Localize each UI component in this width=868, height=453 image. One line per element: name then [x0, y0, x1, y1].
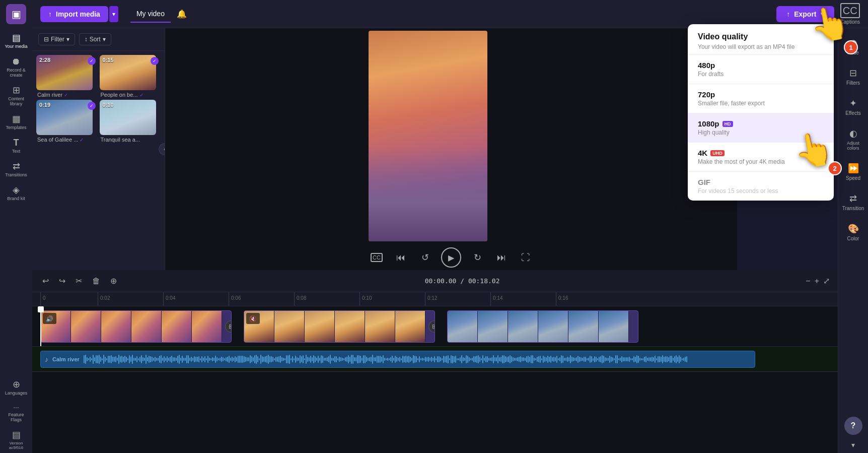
wave-bar	[645, 356, 646, 363]
rewind-button[interactable]: ↺	[417, 249, 433, 266]
wave-bar	[633, 356, 634, 362]
wave-bar	[636, 355, 637, 363]
wave-bar	[656, 358, 657, 360]
wave-bar	[668, 357, 669, 362]
wave-bar	[436, 358, 437, 360]
tab-my-video[interactable]: My video	[130, 6, 171, 23]
quality-option-720p[interactable]: 720p Smaller file, faster export	[688, 84, 834, 113]
skip-forward-button[interactable]: ⏭	[493, 249, 510, 266]
right-item-color[interactable]: 🎨 Color	[839, 218, 867, 246]
fullscreen-button[interactable]: ⛶	[518, 249, 534, 266]
sidebar-item-transitions[interactable]: ⇄ Transitions	[2, 159, 30, 180]
wave-bar	[461, 355, 462, 363]
media-duration: 0:19	[39, 102, 50, 108]
sidebar-item-languages[interactable]: ⊕ Languages	[2, 377, 30, 399]
help-button[interactable]: ?	[844, 417, 862, 435]
audio-clip[interactable]: ♪ Calm river // Generate waveform bars (…	[40, 351, 755, 368]
wave-bar	[626, 357, 627, 361]
right-item-filters[interactable]: ⊟ Filters	[839, 62, 867, 91]
quality-option-4k[interactable]: 4K UHD Make the most of your 4K media	[688, 143, 834, 171]
wave-bar	[428, 357, 429, 362]
right-item-adjust-colors[interactable]: ◐ Adjust colors	[839, 123, 867, 156]
list-item[interactable]: 0:19 ✓ Sea of Galilee ... ✓	[36, 100, 98, 143]
quality-option-480p[interactable]: 480p For drafts	[688, 55, 834, 84]
add-to-timeline-button[interactable]: ⊕	[108, 274, 119, 288]
import-dropdown-button[interactable]: ▾	[109, 6, 118, 22]
wave-bar	[679, 355, 680, 363]
wave-bar	[556, 356, 557, 362]
video-clip[interactable]: 🔇 ⊞	[244, 310, 435, 343]
cut-button[interactable]: ✂	[74, 274, 84, 288]
chevron-down-icon: ▾	[112, 11, 115, 18]
skip-back-button[interactable]: ⏮	[393, 249, 409, 266]
wave-bar	[517, 357, 518, 361]
right-item-fade[interactable]: ◑ Fade	[839, 32, 867, 60]
wave-bar	[683, 358, 684, 361]
wave-bar	[442, 358, 443, 360]
wave-bar	[396, 357, 397, 362]
list-item[interactable]: 0:15 ✓ People on be... ✓	[100, 55, 161, 98]
import-icon: ↑	[48, 10, 52, 18]
zoom-in-button[interactable]: +	[815, 277, 819, 286]
feature-flags-icon: ···	[13, 404, 19, 411]
sidebar-item-content-library[interactable]: ⊞ Contentlibrary	[2, 83, 30, 109]
zoom-out-button[interactable]: −	[806, 277, 810, 286]
list-item[interactable]: 0:10 Tranquil sea a...	[100, 100, 161, 143]
import-media-button[interactable]: ↑ Import media	[40, 6, 108, 22]
hd-badge: HD	[722, 121, 733, 127]
sidebar-item-your-media[interactable]: ▤ Your media	[2, 30, 30, 52]
wave-bar	[497, 355, 498, 363]
play-button[interactable]: ▶	[441, 247, 461, 268]
wave-bar	[520, 356, 521, 363]
captions-toggle-button[interactable]: CC	[369, 249, 385, 266]
check-mark-icon: ✓	[80, 137, 84, 143]
quality-subtitle: Your video will export as an MP4 file	[698, 43, 824, 50]
video-clip[interactable]: 🔊 ⊞	[40, 310, 232, 343]
right-item-speed[interactable]: ⏩ Speed	[839, 158, 867, 186]
delete-button[interactable]: 🗑	[90, 275, 102, 288]
uhd-badge: UHD	[710, 150, 725, 156]
sidebar-item-brand-kit[interactable]: ◈ Brand kit	[2, 182, 30, 204]
clip-gap	[232, 310, 244, 343]
wave-bar	[392, 356, 393, 362]
export-button[interactable]: ↑ Export ▾	[776, 6, 834, 22]
forward-button[interactable]: ↻	[469, 249, 485, 266]
wave-bar	[508, 356, 509, 362]
wave-bar	[544, 357, 545, 362]
film-frame	[335, 311, 365, 342]
sidebar-item-feature-flags[interactable]: ··· FeatureFlags	[2, 401, 30, 425]
panel-collapse-button[interactable]: ‹	[159, 143, 165, 155]
sort-button[interactable]: ↕ Sort ▾	[79, 33, 111, 45]
undo-button[interactable]: ↩	[40, 274, 51, 288]
sidebar-item-templates[interactable]: ▦ Templates	[2, 111, 30, 133]
ruler-mark-5: 0:10	[359, 292, 372, 306]
video-clip[interactable]	[447, 310, 638, 343]
wave-bar	[587, 358, 588, 360]
panel-expand-icon[interactable]: ▾	[851, 441, 855, 449]
wave-bar	[555, 357, 556, 361]
wave-bar	[458, 358, 459, 360]
wave-bar	[547, 356, 548, 363]
sidebar-item-text[interactable]: T Text	[2, 135, 30, 157]
film-frame	[274, 311, 305, 342]
wave-bar	[460, 357, 461, 361]
wave-bar	[393, 358, 394, 361]
wave-bar	[579, 357, 580, 361]
list-item[interactable]: 2:28 ✓ Calm river ✓	[36, 55, 98, 98]
wave-bar	[416, 356, 417, 362]
notification-icon[interactable]: 🔔	[177, 9, 187, 19]
redo-button[interactable]: ↪	[57, 274, 67, 288]
right-item-effects[interactable]: ✦ Effects	[839, 93, 867, 121]
effects-icon: ✦	[849, 98, 857, 109]
sidebar-item-record-create[interactable]: ⏺ Record &create	[2, 54, 30, 81]
wave-bar	[463, 357, 464, 361]
right-item-transition[interactable]: ⇄ Transition	[839, 188, 867, 216]
ruler-mark-2: 0:04	[163, 292, 175, 306]
panel-toolbar: ⊟ Filter ▾ ↕ Sort ▾	[32, 28, 165, 51]
quality-option-1080p[interactable]: 1080p HD High quality	[688, 113, 834, 142]
filter-button[interactable]: ⊟ Filter ▾	[38, 33, 75, 45]
fit-to-window-button[interactable]: ⤢	[823, 276, 830, 286]
film-frame	[131, 311, 162, 342]
captions-button[interactable]: CC Captions	[840, 3, 860, 25]
quality-header: Video quality Your video will export as …	[688, 24, 834, 54]
